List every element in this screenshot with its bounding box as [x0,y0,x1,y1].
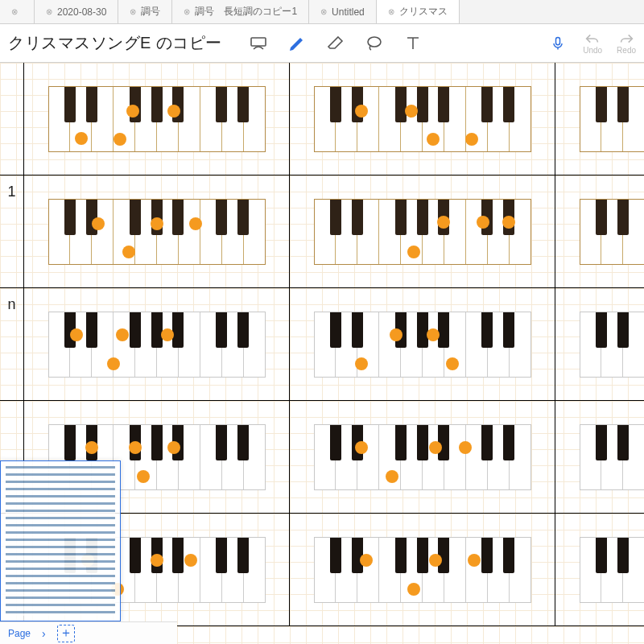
lasso-icon[interactable] [364,33,385,54]
chord-note-dot [390,328,402,341]
piano-diagram [48,199,266,265]
document-title: クリスマスソングE のコピー [8,32,222,54]
chord-note-dot [386,470,398,483]
chord-note-dot [429,441,442,454]
chord-note-dot [407,246,420,258]
chevron-right-icon[interactable]: › [42,627,46,640]
chord-note-dot [126,105,139,118]
piano-diagram [580,199,645,265]
tab-3[interactable]: ⊗ 調号 長短調のコピー1 [172,0,309,23]
page-thumbnail[interactable] [6,466,115,616]
redo-button[interactable]: Redo [617,31,636,55]
chord-note-dot [429,554,442,567]
row-label: n [0,288,24,401]
svg-rect-0 [251,38,266,46]
microphone-icon[interactable] [547,33,568,54]
row-label: 1 [0,175,24,288]
chord-note-dot [151,554,163,567]
grid-cell [290,401,555,514]
chord-note-dot [355,441,368,454]
tab-label: 調号 [141,5,160,19]
tab-strip: ⊗ ⊗ 2020-08-30 ⊗ 調号 ⊗ 調号 長短調のコピー1 ⊗ Unti… [0,0,644,24]
close-icon[interactable]: ⊗ [130,7,136,16]
chord-note-dot [114,133,126,146]
piano-diagram [314,199,531,265]
close-icon[interactable]: ⊗ [11,7,18,16]
grid-cell [290,288,555,401]
eraser-icon[interactable] [325,33,346,54]
grid-cell [555,401,644,514]
tab-0[interactable]: ⊗ [0,0,35,23]
read-mode-icon[interactable] [248,33,269,54]
chord-note-dot [184,554,197,567]
grid-cell [290,175,555,288]
chord-note-dot [437,216,450,229]
chord-note-dot [360,554,373,567]
chord-note-dot [137,470,150,483]
chord-note-dot [405,105,418,118]
chord-note-dot [92,217,105,230]
close-icon[interactable]: ⊗ [320,7,327,16]
tab-1[interactable]: ⊗ 2020-08-30 [35,0,118,23]
page-label: Page [8,628,31,639]
close-icon[interactable]: ⊗ [388,7,394,16]
grid-cell [555,514,644,626]
chord-note-dot [502,216,515,229]
chord-note-dot [189,217,202,230]
chord-note-dot [459,441,472,454]
piano-diagram [48,312,266,378]
chord-note-dot [75,132,88,145]
chord-note-dot [129,441,142,454]
tab-label: クリスマス [399,5,448,19]
grid-cell [555,175,644,288]
grid-cell [24,288,290,401]
row-label [0,63,24,175]
piano-diagram [580,424,645,490]
svg-rect-2 [556,37,560,44]
piano-diagram [580,86,645,152]
piano-diagram [580,537,645,603]
toolbar: クリスマスソングE のコピー Und [0,24,644,63]
tab-5[interactable]: ⊗ クリスマス [377,0,460,23]
chord-note-dot [167,105,180,118]
document-canvas[interactable]: 1n Page › ＋ [0,63,644,644]
undo-label: Undo [583,46,602,55]
chord-note-dot [116,328,129,341]
redo-label: Redo [617,46,636,55]
piano-diagram [48,86,266,152]
grid-cell [290,63,555,175]
tab-label: Untitled [332,6,365,18]
tab-2[interactable]: ⊗ 調号 [118,0,172,23]
chord-note-dot [355,357,368,370]
chord-note-dot [122,246,135,258]
grid-cell [555,288,644,401]
svg-point-1 [368,37,381,47]
pen-icon[interactable] [287,33,308,54]
close-icon[interactable]: ⊗ [46,7,52,16]
text-tool-icon[interactable] [402,33,423,54]
chord-note-dot [477,216,489,229]
chord-note-dot [161,328,174,341]
tab-label: 2020-08-30 [57,6,106,18]
piano-diagram [314,537,531,603]
piano-diagram [314,424,531,490]
chord-note-dot [427,328,440,341]
chord-note-dot [107,357,120,370]
chord-note-dot [446,357,459,370]
grid-cell [555,63,644,175]
grid-cell [24,63,290,175]
chord-note-dot [70,328,83,341]
add-page-button[interactable]: ＋ [57,625,75,642]
chord-note-dot [355,105,368,118]
piano-diagram [314,86,531,152]
undo-button[interactable]: Undo [583,31,602,55]
chord-note-dot [407,583,420,596]
close-icon[interactable]: ⊗ [184,7,190,16]
chord-note-dot [151,217,163,230]
page-thumbnail-panel[interactable] [0,460,121,621]
chord-note-dot [167,441,180,454]
chord-note-dot [85,441,98,454]
chord-note-dot [468,554,481,567]
tab-4[interactable]: ⊗ Untitled [309,0,377,23]
grid-cell [290,514,555,626]
